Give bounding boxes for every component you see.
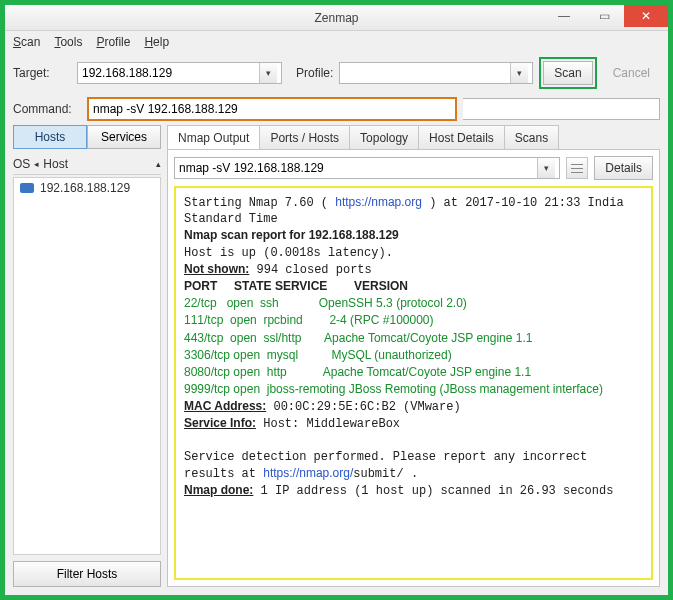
host-tree-header[interactable]: OS ◂ Host ▴ (13, 153, 161, 175)
tab-bar: Nmap Output Ports / Hosts Topology Host … (167, 125, 660, 149)
host-list: 192.168.188.129 (13, 177, 161, 555)
menu-help[interactable]: Help (144, 35, 169, 49)
profile-combo[interactable]: ▾ (339, 62, 533, 84)
services-toggle[interactable]: Services (87, 125, 161, 149)
left-panel: Hosts Services OS ◂ Host ▴ 192.168.188.1… (13, 125, 161, 587)
host-ip: 192.168.188.129 (40, 181, 130, 195)
hosts-toggle[interactable]: Hosts (13, 125, 87, 149)
target-value: 192.168.188.129 (82, 66, 172, 80)
menu-profile[interactable]: Profile (96, 35, 130, 49)
tab-host-details[interactable]: Host Details (418, 125, 505, 149)
sort-up-icon: ▴ (156, 159, 161, 169)
tab-ports-hosts[interactable]: Ports / Hosts (259, 125, 350, 149)
right-panel: Nmap Output Ports / Hosts Topology Host … (167, 125, 660, 587)
output-options-button[interactable] (566, 157, 588, 179)
minimize-button[interactable]: — (544, 5, 584, 27)
filter-hosts-button[interactable]: Filter Hosts (13, 561, 161, 587)
menu-scan[interactable]: Scan (13, 35, 40, 49)
target-combo[interactable]: 192.168.188.129 ▾ (77, 62, 282, 84)
app-window: Zenmap — ▭ ✕ Scan Tools Profile Help Tar… (0, 0, 673, 600)
host-row[interactable]: 192.168.188.129 (14, 178, 160, 198)
nmap-output-text[interactable]: Starting Nmap 7.60 ( https://nmap.org ) … (174, 186, 653, 580)
tab-topology[interactable]: Topology (349, 125, 419, 149)
chevron-down-icon[interactable]: ▾ (537, 158, 555, 178)
title-bar: Zenmap — ▭ ✕ (5, 5, 668, 31)
command-highlight (87, 97, 457, 121)
output-scan-value: nmap -sV 192.168.188.129 (179, 161, 324, 175)
target-label: Target: (13, 66, 71, 80)
profile-label: Profile: (296, 66, 333, 80)
output-toolbar: nmap -sV 192.168.188.129 ▾ Details (174, 156, 653, 180)
close-button[interactable]: ✕ (624, 5, 668, 27)
host-column: Host (43, 157, 68, 171)
menu-bar: Scan Tools Profile Help (5, 31, 668, 53)
os-column: OS (13, 157, 30, 171)
command-input-ext[interactable] (463, 98, 660, 120)
output-scan-combo[interactable]: nmap -sV 192.168.188.129 ▾ (174, 157, 560, 179)
scan-highlight: Scan (539, 57, 596, 89)
sort-left-icon: ◂ (34, 159, 39, 169)
target-row: Target: 192.168.188.129 ▾ Profile: ▾ Sca… (5, 53, 668, 93)
tab-scans[interactable]: Scans (504, 125, 559, 149)
host-icon (20, 183, 34, 193)
command-row: Command: (5, 93, 668, 125)
tab-nmap-output[interactable]: Nmap Output (167, 125, 260, 149)
chevron-down-icon[interactable]: ▾ (510, 63, 528, 83)
command-input[interactable] (89, 99, 455, 119)
chevron-down-icon[interactable]: ▾ (259, 63, 277, 83)
command-label: Command: (13, 102, 81, 116)
window-controls: — ▭ ✕ (544, 5, 668, 27)
tab-panel: nmap -sV 192.168.188.129 ▾ Details Start… (167, 149, 660, 587)
scan-button[interactable]: Scan (543, 61, 592, 85)
details-button[interactable]: Details (594, 156, 653, 180)
maximize-button[interactable]: ▭ (584, 5, 624, 27)
menu-tools[interactable]: Tools (54, 35, 82, 49)
main-area: Hosts Services OS ◂ Host ▴ 192.168.188.1… (5, 125, 668, 595)
left-toggle: Hosts Services (13, 125, 161, 149)
cancel-button[interactable]: Cancel (603, 61, 660, 85)
